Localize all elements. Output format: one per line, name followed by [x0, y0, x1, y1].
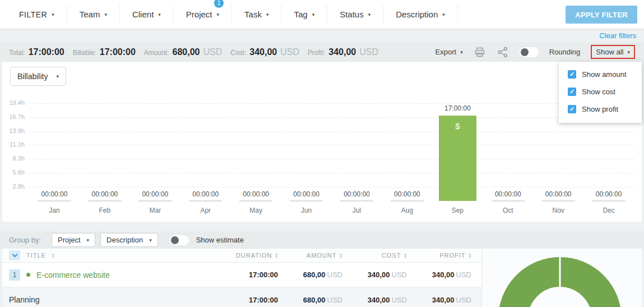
amount-cell: 680,00USD: [288, 296, 353, 304]
chevron-down-icon: ▾: [442, 12, 445, 17]
row-title: Planning: [9, 295, 40, 304]
table-row[interactable]: Planning17:00:00680,00USD340,00USD340,00…: [2, 287, 481, 307]
share-icon[interactable]: [497, 46, 509, 58]
chart-columns: 00:00:00Jan00:00:00Feb00:00:00Mar00:00:0…: [29, 62, 634, 222]
table-body: 1E-commerce website17:00:00680,00USD340,…: [2, 263, 481, 307]
select-value: Description: [106, 236, 143, 244]
cost-cell: 340,00USD: [353, 296, 417, 304]
zero-bar-baseline: [239, 200, 272, 201]
month-label: Aug: [382, 207, 432, 214]
collapse-rows-icon[interactable]: [9, 250, 20, 260]
summary-bar: Total:17:00:00Billable:17:00:00Amount:68…: [0, 42, 644, 62]
sort-icon[interactable]: ▴▾: [340, 253, 342, 258]
month-label: Apr: [180, 207, 231, 214]
checkbox-checked-icon[interactable]: ✓: [568, 105, 576, 113]
project-color-dot: [26, 273, 30, 277]
profit-cell: 340,00USD: [417, 271, 481, 279]
zero-bar-baseline: [391, 200, 424, 201]
filter-item-status[interactable]: Status▾: [327, 6, 383, 24]
project-donut-chart[interactable]: [482, 249, 642, 307]
filter-item-client[interactable]: Client▾: [120, 6, 174, 24]
filter-item-task[interactable]: Task▾: [232, 6, 281, 24]
table-header: TITLE▴▾DURATION▴▾AMOUNT▴▾COST▴▾PROFIT▴▾: [2, 249, 481, 263]
filter-item-label: Team: [80, 10, 100, 19]
project-link[interactable]: E-commerce website: [36, 271, 110, 279]
stat-label: Cost:: [230, 49, 246, 57]
currency-unit: USD: [392, 271, 407, 279]
billable-dollar-icon: $: [439, 121, 476, 131]
zero-bar-baseline: [38, 200, 71, 201]
rounding-toggle[interactable]: [520, 47, 539, 57]
bar-value-label: 00:00:00: [281, 190, 332, 198]
chevron-down-icon: ▾: [217, 12, 220, 17]
stat-label: Total:: [9, 49, 25, 57]
group-by-select-project[interactable]: Project▾: [52, 233, 95, 247]
column-header-duration[interactable]: DURATION▴▾: [215, 252, 288, 259]
menu-item-show-cost[interactable]: ✓Show cost: [559, 83, 642, 100]
filter-item-label: Description: [396, 10, 438, 19]
y-axis-tick: 2.8h: [2, 183, 25, 190]
cell-value: 340,00: [368, 296, 390, 304]
show-all-dropdown[interactable]: Show all ▾: [591, 45, 635, 59]
checkbox-checked-icon[interactable]: ✓: [568, 70, 576, 79]
column-header-title[interactable]: TITLE▴▾: [2, 250, 215, 260]
chart-column-mar: 00:00:00Mar: [130, 62, 180, 222]
group-by-label: Group by:: [9, 236, 41, 244]
clear-filters-link[interactable]: Clear filters: [599, 31, 636, 40]
column-header-cost[interactable]: COST▴▾: [353, 252, 417, 259]
group-by-select-description[interactable]: Description▾: [100, 233, 158, 247]
stat-value: 340,00: [328, 47, 356, 57]
month-label: Dec: [583, 207, 634, 214]
column-header-amount[interactable]: AMOUNT▴▾: [288, 252, 353, 259]
y-axis-tick: 13.9h: [2, 127, 25, 134]
bar-value-label: 00:00:00: [583, 190, 634, 198]
bar-value-label: 00:00:00: [180, 190, 231, 198]
zero-bar-baseline: [340, 200, 373, 201]
stat-value: 17:00:00: [29, 47, 64, 57]
month-label: Jul: [332, 207, 382, 214]
stat-unit: USD: [203, 47, 222, 57]
month-label: Jan: [29, 207, 80, 214]
filter-item-project[interactable]: Project▾1: [174, 6, 232, 24]
chevron-down-icon: ▾: [368, 12, 371, 17]
chevron-down-icon: ▾: [104, 12, 107, 17]
sort-icon[interactable]: ▴▾: [404, 253, 407, 258]
bar-sep[interactable]: $: [439, 116, 476, 201]
chart-column-jan: 00:00:00Jan: [29, 62, 80, 222]
export-dropdown[interactable]: Export ▾: [435, 48, 463, 56]
summary-stat-profit: Profit:340,00USD: [308, 47, 378, 57]
month-label: May: [231, 207, 281, 214]
sort-icon[interactable]: ▴▾: [469, 253, 471, 258]
currency-unit: USD: [327, 271, 342, 279]
filter-item-description[interactable]: Description▾: [383, 6, 458, 24]
stat-label: Billable:: [73, 49, 96, 57]
filter-item-tag[interactable]: Tag▾: [281, 6, 327, 24]
show-menu-items: ✓Show amount✓Show cost✓Show profit: [559, 66, 642, 118]
bar-value-label: 00:00:00: [29, 190, 80, 198]
sort-icon[interactable]: ▴▾: [275, 253, 278, 258]
cell-value: 680,00: [303, 271, 326, 279]
chart-panel: Billability ▾ 19.4h16.7h13.9h11.1h8.3h5.…: [2, 62, 642, 222]
show-all-label: Show all: [596, 48, 623, 56]
show-estimate-toggle[interactable]: [170, 235, 189, 245]
sort-icon[interactable]: ▴▾: [52, 253, 55, 258]
menu-item-show-amount[interactable]: ✓Show amount: [559, 66, 642, 83]
y-axis-tick: 16.7h: [2, 113, 25, 120]
column-header-label: DURATION: [236, 252, 272, 259]
checkbox-checked-icon[interactable]: ✓: [568, 88, 576, 96]
column-header-label: TITLE: [26, 252, 46, 259]
menu-item-show-profit[interactable]: ✓Show profit: [559, 100, 642, 118]
column-header-profit[interactable]: PROFIT▴▾: [417, 252, 481, 259]
table-row[interactable]: 1E-commerce website17:00:00680,00USD340,…: [2, 263, 481, 287]
month-label: Sep: [432, 207, 483, 214]
print-icon[interactable]: [474, 46, 486, 58]
cell-value: 680,00: [303, 296, 326, 304]
select-value: Project: [58, 236, 80, 244]
filter-item-team[interactable]: Team▾: [67, 6, 120, 24]
apply-filter-button[interactable]: APPLY FILTER: [566, 6, 637, 24]
month-label: Feb: [80, 207, 130, 214]
bar-value-label: 00:00:00: [483, 190, 533, 198]
row-count-badge: 1: [9, 269, 20, 281]
filter-menu[interactable]: FILTER ▾: [7, 6, 67, 24]
chart-column-apr: 00:00:00Apr: [180, 62, 231, 222]
